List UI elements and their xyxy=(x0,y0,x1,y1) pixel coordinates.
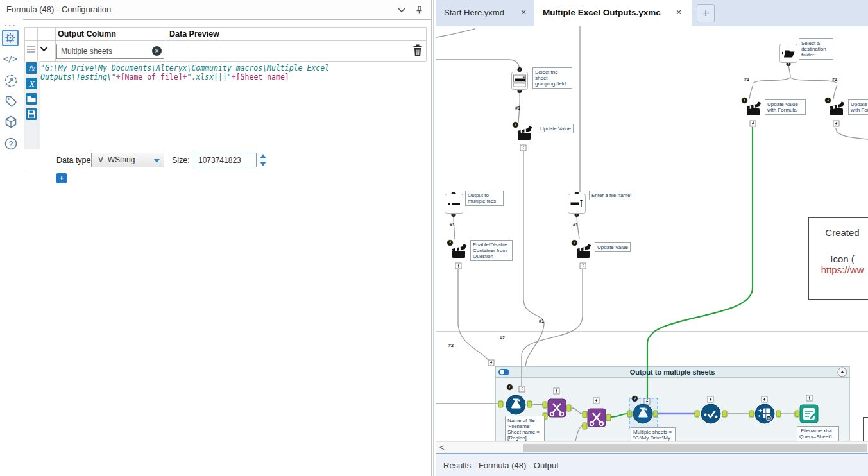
tab-configuration-selected[interactable] xyxy=(2,30,19,46)
grid-line xyxy=(166,27,166,61)
column-header-preview: Data Preview xyxy=(169,30,219,38)
checkbox-tool[interactable] xyxy=(445,194,463,214)
tool-label[interactable]: Output to multiple files xyxy=(465,191,504,206)
formula-line-2: Outputs\Testing\"+[Name of file]+".xlsx|… xyxy=(40,72,421,81)
divider xyxy=(24,171,426,171)
tab-help-icon[interactable]: ? xyxy=(3,136,19,151)
join-tool-1[interactable] xyxy=(548,399,566,417)
grid-line xyxy=(37,27,38,61)
clear-field-icon[interactable]: × xyxy=(152,46,162,56)
gear-icon xyxy=(3,31,17,45)
horizontal-scrollbar[interactable]: < xyxy=(436,441,868,453)
close-tab-icon[interactable]: × xyxy=(676,7,681,17)
size-stepper[interactable] xyxy=(259,153,267,167)
action-tool-update-formula-left[interactable] xyxy=(747,101,762,115)
textbox-tool[interactable] xyxy=(568,194,586,214)
document-tab-bar: Start Here.yxmd × Multiple Excel Outputs… xyxy=(436,0,868,26)
annotation-formula1[interactable]: Name of file = 'Filename' Sheet name = [… xyxy=(505,416,545,441)
datatype-select[interactable]: V_WString xyxy=(91,153,164,167)
workflow-area: Start Here.yxmd × Multiple Excel Outputs… xyxy=(436,0,868,476)
formula-tool-1[interactable] xyxy=(506,395,525,414)
wire-label: #2 xyxy=(500,336,505,340)
panel-splitter[interactable] xyxy=(433,0,434,476)
tool-label[interactable]: Select a destination folder: xyxy=(799,38,833,60)
action-tool-enable-container[interactable] xyxy=(452,244,467,258)
grid-line xyxy=(24,61,426,62)
tool-label[interactable]: Update Value with Formula xyxy=(765,99,806,115)
dropdown-tool[interactable] xyxy=(512,72,528,90)
comment-line: Icon ( xyxy=(809,253,868,264)
workflow-canvas[interactable]: Select the sheet grouping field: Update … xyxy=(436,26,868,441)
new-tab-button[interactable]: + xyxy=(697,4,715,22)
comment-box-partial[interactable] xyxy=(863,417,868,441)
delete-row-trash-icon[interactable] xyxy=(413,44,423,57)
tab-package-icon[interactable] xyxy=(3,114,19,130)
tool-label[interactable]: Update Value xyxy=(595,242,631,252)
row-expand-chevron-icon[interactable] xyxy=(40,46,48,52)
output-data-tool[interactable] xyxy=(800,405,818,423)
wire-label: #1 xyxy=(832,77,837,81)
tab-tag-icon[interactable] xyxy=(3,94,19,109)
tool-label[interactable]: Enable/Disable Container from Question xyxy=(470,240,513,261)
action-tool-update-value-2[interactable] xyxy=(577,244,591,258)
folder-browse-tool[interactable] xyxy=(780,44,797,63)
output-column-input[interactable] xyxy=(56,44,164,59)
comment-box[interactable]: Created Icon ( https://ww xyxy=(808,217,868,300)
chevron-down-icon[interactable] xyxy=(398,8,405,13)
column-header-output: Output Column xyxy=(58,30,116,38)
configuration-header: Formula (48) - Configuration xyxy=(0,0,431,20)
table-tool[interactable] xyxy=(755,404,774,423)
tool-label[interactable]: Update Value with Formula xyxy=(848,99,868,115)
grid-line xyxy=(55,27,56,61)
pin-icon[interactable] xyxy=(414,5,424,15)
tab-start-here[interactable]: Start Here.yxmd × xyxy=(436,0,532,26)
tab-multiple-excel-outputs[interactable]: Multiple Excel Outputs.yxmc × xyxy=(534,0,692,26)
variables-button[interactable]: X xyxy=(26,78,37,89)
grid-line xyxy=(24,40,426,41)
comment-link: https://ww xyxy=(809,264,868,275)
grid-line xyxy=(426,27,427,61)
datatype-label: Data type: xyxy=(56,156,93,165)
save-expression-button[interactable] xyxy=(26,108,37,120)
tool-label[interactable]: Select the sheet grouping field: xyxy=(532,67,572,89)
action-tool-update-formula-right[interactable] xyxy=(830,101,845,115)
tab-code-icon[interactable]: </> xyxy=(3,55,17,64)
size-input[interactable] xyxy=(194,153,257,167)
config-toolstrip: ··· </> ? xyxy=(0,19,23,476)
annotation-output[interactable]: .Filename.xlsx Query=Sheet1 xyxy=(797,426,839,441)
open-expression-button[interactable] xyxy=(26,93,37,105)
formula-line-1: "G:\My Drive\My Documents\Alteryx\Commun… xyxy=(40,64,421,72)
wire-label: #1 xyxy=(515,106,520,110)
close-tab-icon[interactable]: × xyxy=(521,7,526,17)
wire-label: #1 xyxy=(539,319,544,323)
selection-outline xyxy=(629,398,658,428)
action-tool-update-value-1[interactable] xyxy=(518,126,532,140)
folder-icon xyxy=(26,93,37,105)
tool-label[interactable]: Update Value xyxy=(538,124,574,133)
svg-text:?: ? xyxy=(9,140,13,148)
wire-label: #2 xyxy=(448,343,454,348)
container-title[interactable]: Output to multiple sheets xyxy=(495,366,849,378)
scroll-left-arrow[interactable]: < xyxy=(439,443,445,452)
scrollbar-thumb[interactable] xyxy=(523,444,867,452)
wire-label: #1 xyxy=(744,77,749,81)
tab-run-icon[interactable] xyxy=(3,73,19,89)
formula-gutter xyxy=(24,61,40,149)
fx-button[interactable]: fx xyxy=(26,62,37,74)
formula-expression-editor[interactable]: "G:\My Drive\My Documents\Alteryx\Commun… xyxy=(40,64,421,81)
grid-line xyxy=(24,27,426,28)
overflow-dots-icon[interactable]: ··· xyxy=(4,21,17,30)
configuration-panel: Formula (48) - Configuration ··· </> ? O… xyxy=(0,0,432,476)
alteryx-window: Formula (48) - Configuration ··· </> ? O… xyxy=(0,0,868,476)
tool-label[interactable]: Enter a file name: xyxy=(589,191,634,200)
size-label: Size: xyxy=(172,156,190,165)
dropdown-arrow-icon xyxy=(154,159,160,163)
add-column-button[interactable]: + xyxy=(56,173,67,183)
join-tool-2[interactable] xyxy=(588,409,606,427)
drag-handle-icon[interactable] xyxy=(26,46,35,53)
annotation-formula2[interactable]: Multiple sheets = "G:\My Drive\My xyxy=(631,427,676,441)
unique-tool[interactable] xyxy=(701,404,720,423)
green-wire[interactable] xyxy=(647,127,753,398)
wire-label: #1 xyxy=(573,223,578,227)
results-panel-header: Results - Formula (48) - Output xyxy=(436,453,868,476)
